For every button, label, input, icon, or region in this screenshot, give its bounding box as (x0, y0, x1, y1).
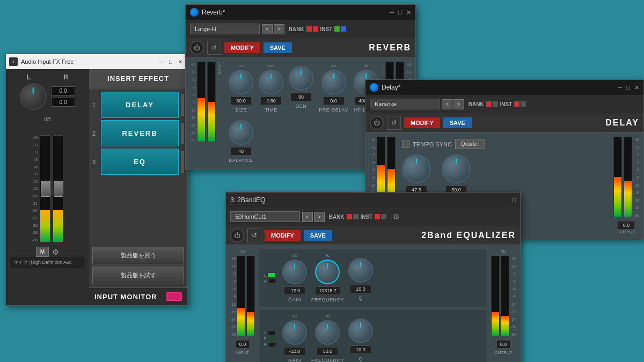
audio-input-window-controls: ─ □ ✕ (157, 58, 184, 65)
reverb-preset-input[interactable] (190, 24, 260, 34)
band2-l-led-label: L (264, 330, 266, 335)
reverb-maximize[interactable]: □ (398, 9, 402, 16)
eq-power-button[interactable]: ⏻ (230, 228, 244, 242)
buy-full-button[interactable]: 製品版を買う (92, 247, 184, 264)
band2-freq-knob[interactable] (315, 320, 340, 345)
eq-effect-button[interactable]: EQ (101, 149, 179, 175)
reverb-window-controls: ─ □ ✕ (390, 9, 411, 16)
slot-1-handle (181, 94, 184, 116)
reverb-save-button[interactable]: SAVE (264, 42, 292, 53)
band1-gain-knob[interactable] (282, 260, 307, 284)
eq-preset-input[interactable] (230, 211, 300, 222)
band2-gain-knob[interactable] (282, 320, 307, 345)
reverb-vu-scale: +6+30-3-6-9 -12-18-24-30-36 (190, 62, 195, 142)
eq-reset-button[interactable]: ↺ (247, 228, 261, 242)
reverb-predelay-knob[interactable] (321, 70, 346, 94)
delay-minimize[interactable]: ─ (618, 84, 623, 91)
band2-f-led-label: F (264, 336, 266, 341)
reverb-close[interactable]: ✕ (406, 9, 411, 16)
band1-gain-label: GAIN (288, 297, 301, 302)
eq-effect-name: 2Band EQUALIZER (421, 231, 516, 240)
delay-power-button[interactable]: ⏻ (370, 116, 384, 130)
delay-output-vu: +6+30-3-6-9 -12-18-24-30-36 0.0 OUTPUT (613, 137, 639, 234)
l-label: L (27, 73, 31, 81)
delay-maximize[interactable]: □ (626, 84, 630, 91)
eq-prev-button[interactable]: < (302, 212, 313, 222)
right-fader-track[interactable] (53, 135, 63, 242)
band2-freq-value: 50.0 (317, 347, 338, 356)
eq-next-button[interactable]: > (314, 212, 325, 222)
lr-balance-knob[interactable] (20, 83, 47, 110)
maximize-button[interactable]: □ (167, 58, 174, 65)
eq-maximize[interactable]: □ (512, 197, 516, 203)
eq-window: 3: 2BandEQ □ < > BANK INST ⚙ ⏻ ↺ MODIFY (225, 192, 521, 362)
reverb-power-button[interactable]: ⏻ (190, 41, 204, 55)
delay-close[interactable]: ✕ (634, 84, 639, 91)
eq-modify-button[interactable]: MODIFY (265, 230, 301, 241)
eq-title: 3: 2BandEQ (230, 196, 509, 204)
delay-bank-dot-1 (486, 101, 492, 107)
band1-freq-label: FREQUENCY (311, 297, 344, 302)
reverb-preset-bar: < > BANK INST (186, 20, 415, 38)
delay-balance-knob[interactable] (442, 154, 471, 183)
left-fader-handle[interactable] (41, 181, 50, 197)
bank-dot-1 (306, 26, 312, 32)
eq-save-button[interactable]: SAVE (304, 230, 332, 241)
delay-preset-input[interactable] (370, 99, 440, 109)
delay-next-button[interactable]: > (453, 99, 464, 109)
reverb-modify-button[interactable]: MODIFY (224, 42, 260, 53)
reverb-balance-knob[interactable] (229, 120, 253, 145)
delay-effect-button[interactable]: DELAY (101, 92, 179, 118)
band2-h-led-label: H (264, 342, 267, 347)
delay-out-vu-right (624, 137, 632, 217)
tempo-sync-checkbox[interactable] (402, 141, 409, 148)
reverb-effect-button[interactable]: REVERB (101, 120, 179, 146)
try-full-button[interactable]: 製品版を試す (92, 267, 184, 284)
eq-vu-right (246, 256, 255, 336)
effect-slot-2: 2 REVERB (92, 120, 184, 146)
reverb-den-knob[interactable] (289, 66, 313, 91)
band2-freq-label: FREQUENCY (311, 358, 344, 362)
left-fader-track[interactable] (40, 135, 50, 242)
delay-prev-button[interactable]: < (442, 99, 452, 109)
reverb-next-button[interactable]: > (274, 24, 284, 34)
band1-q-knob[interactable] (348, 258, 373, 283)
reverb-den-label: DEN (296, 104, 307, 109)
eq-out-fill-left (492, 312, 499, 336)
reverb-hfdamp-unit: Hz (364, 64, 369, 68)
mute-button[interactable]: M (36, 247, 49, 257)
reverb-reset-button[interactable]: ↺ (207, 41, 221, 55)
settings-icon[interactable]: ⚙ (52, 248, 59, 256)
close-button[interactable]: ✕ (177, 58, 184, 65)
reverb-vu-right (207, 62, 216, 142)
eq-settings-icon[interactable]: ⚙ (393, 212, 400, 221)
delay-save-button[interactable]: SAVE (443, 117, 472, 128)
band1-freq-knob[interactable] (315, 260, 340, 284)
reverb-den-param: 80 DEN (289, 64, 313, 113)
effect-slot-3: 3 EQ (92, 149, 184, 175)
reverb-time-knob[interactable] (259, 70, 283, 94)
insert-effect-header: INSERT EFFECT (89, 69, 187, 88)
eq-window-controls: □ (512, 197, 516, 203)
eq-inst-dot-2 (381, 214, 386, 219)
eq-band2-row: L F H dB -12.0 GAIN (259, 310, 487, 362)
reverb-minimize[interactable]: ─ (390, 9, 394, 16)
reverb-predelay-param: ms 0.0 PRE-DELAY (319, 64, 348, 113)
band2-gain-label: GAIN (288, 358, 301, 362)
reverb-prev-button[interactable]: < (262, 24, 273, 34)
input-monitor-toggle[interactable] (166, 292, 182, 301)
delay-feedback-knob[interactable] (402, 154, 431, 183)
tempo-sync-label: TEMPO SYNC (413, 141, 452, 147)
delay-modify-button[interactable]: MODIFY (404, 117, 440, 128)
delay-reset-button[interactable]: ↺ (387, 116, 401, 130)
quarter-button[interactable]: Quarter (455, 139, 485, 149)
reverb-toolbar: ⏻ ↺ MODIFY SAVE REVERB (186, 38, 415, 57)
right-fader-handle[interactable] (54, 181, 63, 197)
reverb-size-knob[interactable] (229, 70, 253, 94)
reverb-vu-right-fill (208, 102, 215, 142)
r-label: R (64, 73, 69, 81)
effect-slot-1: 1 DELAY (92, 92, 184, 118)
minimize-button[interactable]: ─ (157, 58, 165, 65)
band2-q-knob[interactable] (348, 319, 373, 343)
eq-out-vu-left (491, 256, 500, 336)
